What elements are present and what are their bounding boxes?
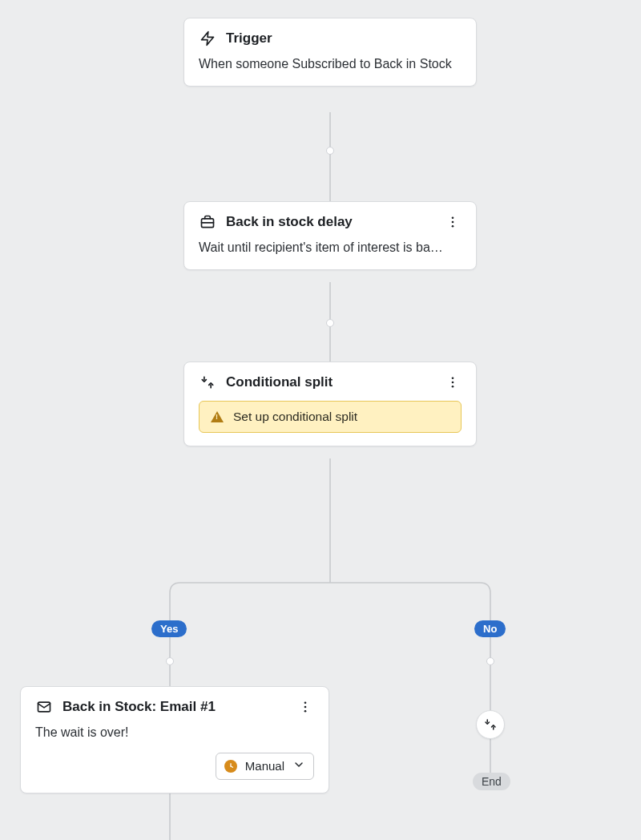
- delay-description: Wait until recipient's item of interest …: [199, 239, 462, 256]
- flow-canvas[interactable]: Trigger When someone Subscribed to Back …: [0, 0, 641, 840]
- svg-point-17: [304, 710, 307, 713]
- delay-node[interactable]: Back in stock delay Wait until recipient…: [183, 201, 477, 270]
- split-setup-warning[interactable]: Set up conditional split: [199, 401, 462, 433]
- bolt-icon: [199, 30, 216, 47]
- connector-dot: [326, 319, 334, 327]
- email-description: The wait is over!: [35, 724, 314, 741]
- email-node[interactable]: Back in Stock: Email #1 The wait is over…: [20, 686, 329, 794]
- svg-point-11: [452, 377, 454, 379]
- split-more-button[interactable]: [444, 374, 462, 391]
- manual-status-icon: [224, 760, 237, 773]
- trigger-title: Trigger: [226, 30, 462, 46]
- briefcase-icon: [199, 213, 216, 231]
- chevron-down-icon: [292, 758, 305, 774]
- split-icon: [199, 374, 216, 391]
- email-status-label: Manual: [245, 759, 284, 773]
- trigger-description: When someone Subscribed to Back in Stock: [199, 55, 462, 73]
- connector-dot: [166, 657, 174, 665]
- delay-more-button[interactable]: [444, 213, 462, 231]
- branch-no-label: No: [474, 620, 506, 637]
- svg-point-12: [452, 382, 454, 384]
- branch-end-label: End: [473, 773, 510, 790]
- split-icon: [483, 717, 498, 732]
- split-title: Conditional split: [226, 374, 434, 390]
- connector-dot: [326, 147, 334, 155]
- warning-icon: [211, 411, 224, 422]
- email-more-button[interactable]: [296, 698, 314, 716]
- svg-point-13: [452, 386, 454, 388]
- svg-point-10: [452, 225, 454, 228]
- svg-line-19: [231, 766, 233, 767]
- trigger-node[interactable]: Trigger When someone Subscribed to Back …: [183, 18, 477, 87]
- add-step-button[interactable]: [476, 710, 505, 739]
- connector-dot: [486, 657, 494, 665]
- split-warning-text: Set up conditional split: [233, 410, 357, 424]
- branch-yes-label: Yes: [151, 620, 187, 637]
- conditional-split-node[interactable]: Conditional split Set up conditional spl…: [183, 361, 477, 446]
- svg-point-9: [452, 221, 454, 224]
- email-status-dropdown[interactable]: Manual: [216, 753, 314, 780]
- mail-icon: [35, 698, 53, 716]
- svg-point-8: [452, 216, 454, 219]
- svg-point-15: [304, 701, 307, 704]
- delay-title: Back in stock delay: [226, 214, 434, 230]
- svg-point-16: [304, 706, 307, 709]
- email-title: Back in Stock: Email #1: [62, 699, 287, 715]
- svg-marker-5: [202, 32, 214, 46]
